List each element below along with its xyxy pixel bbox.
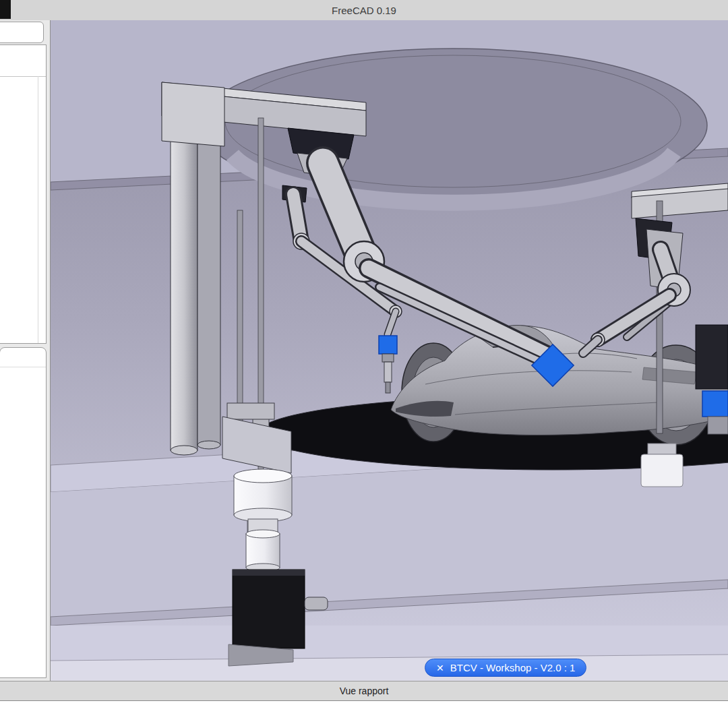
property-panel-header [0,348,46,367]
window-bottom-margin [0,702,728,728]
window-corner [0,0,11,19]
left-sidebar [0,20,51,681]
3d-viewport[interactable]: ✕ BTCV - Workshop - V2.0 : 1 [51,20,728,681]
model-tree-column-divider [38,76,38,343]
window-title: FreeCAD 0.19 [332,5,396,16]
sidebar-top-tab[interactable] [0,22,44,43]
main-area: ✕ BTCV - Workshop - V2.0 : 1 [0,20,728,681]
statusbar-label: Vue rapport [340,686,389,696]
3d-scene [51,20,728,681]
property-panel[interactable] [0,347,47,678]
document-tab[interactable]: ✕ BTCV - Workshop - V2.0 : 1 [425,659,586,677]
titlebar: FreeCAD 0.19 [0,0,728,21]
close-icon[interactable]: ✕ [436,663,444,673]
model-tree-header [0,45,46,77]
document-tab-label: BTCV - Workshop - V2.0 : 1 [450,662,576,673]
statusbar: Vue rapport [0,681,728,701]
ceiling-plane[interactable] [51,20,728,203]
model-tree-panel[interactable] [0,44,47,344]
